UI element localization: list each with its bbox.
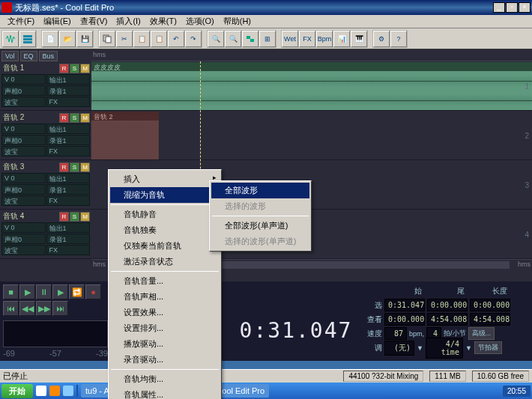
tab-vol[interactable]: Vol	[1, 51, 19, 61]
tool-zoom-sel[interactable]: 🔍	[208, 31, 224, 47]
volume-field[interactable]: V 0	[1, 124, 46, 134]
key-field[interactable]: (无)	[384, 341, 414, 356]
timesig-field[interactable]: 4/4 time	[426, 338, 463, 359]
ctx-insert[interactable]: 插入	[110, 171, 220, 187]
ctx-set-effects[interactable]: 设置效果...	[110, 305, 220, 320]
tool-wet[interactable]: Wet	[282, 31, 298, 47]
play-button[interactable]: ▶	[19, 284, 35, 299]
tool-save[interactable]: 💾	[76, 31, 93, 47]
record-arm-button[interactable]: R	[59, 64, 69, 73]
track-header-2[interactable]: 音轨 2 R S M V 0输出1 声相0录音1 波宝FX	[0, 111, 91, 160]
rec-field[interactable]: 录音1	[46, 135, 91, 145]
mute-button[interactable]: M	[80, 113, 90, 123]
ctx-solo-track[interactable]: 音轨独奏	[110, 222, 220, 238]
track-header-3[interactable]: 音轨 3 R S M V 0输出1 声相0录音1 波宝FX	[0, 160, 91, 210]
tool-cut[interactable]: ✂	[116, 31, 133, 47]
fx-field[interactable]: FX	[46, 195, 91, 206]
sel-length[interactable]: 0:00.000	[470, 299, 510, 311]
mute-button[interactable]: M	[80, 212, 90, 222]
tool-undo[interactable]: ↶	[168, 31, 184, 47]
start-button[interactable]: 开始	[1, 384, 33, 398]
menu-options[interactable]: 选项(O)	[181, 14, 219, 28]
wave-field[interactable]: 波宝	[1, 245, 46, 255]
solo-button[interactable]: S	[70, 113, 79, 123]
ctx-set-order[interactable]: 设置排列...	[110, 320, 220, 336]
record-button[interactable]: ●	[85, 284, 101, 299]
pan-field[interactable]: 声相0	[1, 135, 46, 145]
view-begin[interactable]: 0:00.000	[384, 313, 425, 326]
track-lane-2[interactable]: 音轨 2 2	[91, 111, 532, 160]
sel-end[interactable]: 0:00.000	[427, 299, 468, 311]
tool-paste[interactable]: 📋	[133, 31, 150, 47]
audio-clip-1[interactable]: 皮皮皮皮	[91, 62, 532, 110]
ctx-solo-current[interactable]: 仅独奏当前音轨	[110, 238, 220, 254]
ctx-play-device[interactable]: 播放驱动...	[110, 336, 220, 352]
tool-midi-icon[interactable]: 🎹	[351, 31, 367, 47]
output-field[interactable]: 输出1	[46, 173, 91, 183]
tool-chart-icon[interactable]: 📊	[333, 31, 350, 47]
tool-fx[interactable]: FX	[299, 31, 315, 47]
forward-button[interactable]: ▶▶	[36, 301, 52, 316]
tool-help[interactable]: ?	[390, 31, 407, 47]
wave-field[interactable]: 波宝	[1, 97, 46, 107]
track-header-4[interactable]: 音轨 4 R S M V 0输出1 声相0录音1 波宝FX	[0, 210, 91, 259]
ctx-track-eq[interactable]: 音轨均衡...	[110, 371, 220, 387]
system-tray-clock[interactable]: 20:55	[503, 386, 531, 397]
volume-field[interactable]: V 0	[1, 173, 46, 183]
menu-edit[interactable]: 编辑(E)	[39, 14, 76, 28]
sel-begin[interactable]: 0:31.047	[384, 299, 425, 311]
tab-eq[interactable]: EQ	[20, 51, 37, 61]
stop-button[interactable]: ■	[3, 284, 19, 299]
tool-open[interactable]: 📂	[59, 31, 76, 47]
metronome-button[interactable]: 节拍器	[474, 341, 502, 354]
ctx-arm-record[interactable]: 激活录音状态	[110, 254, 220, 269]
pause-button[interactable]: ⏸	[36, 284, 52, 299]
tool-multitrack[interactable]	[19, 31, 36, 47]
mute-button[interactable]: M	[80, 162, 90, 172]
quicklaunch-icon[interactable]	[63, 386, 73, 396]
advanced-button[interactable]: 高级...	[468, 327, 495, 340]
quicklaunch-icon[interactable]	[49, 386, 60, 396]
go-end-button[interactable]: ⏭	[52, 301, 68, 316]
record-arm-button[interactable]: R	[59, 212, 69, 222]
tool-bpm[interactable]: Bpm	[316, 31, 333, 47]
play-to-end-button[interactable]: ▶	[52, 284, 68, 299]
menu-effects[interactable]: 效果(T)	[145, 14, 181, 28]
ctx-track-props[interactable]: 音轨属性...	[110, 387, 220, 399]
record-arm-button[interactable]: R	[59, 162, 69, 172]
menu-insert[interactable]: 插入(I)	[112, 14, 145, 28]
ctx-mixdown-to-track[interactable]: 混缩为音轨	[110, 187, 220, 203]
ctx-mute-track[interactable]: 音轨静音	[110, 207, 220, 222]
ctx-rec-device[interactable]: 录音驱动...	[110, 352, 220, 368]
close-button[interactable]: ×	[519, 2, 531, 13]
ctx-track-volume[interactable]: 音轨音量...	[110, 273, 220, 289]
tool-redo[interactable]: ↷	[185, 31, 202, 47]
view-length[interactable]: 4:54.008	[470, 313, 510, 326]
minimize-button[interactable]: _	[493, 2, 505, 13]
tool-snap[interactable]: ⊞	[259, 31, 276, 47]
menu-view[interactable]: 查看(V)	[76, 14, 112, 28]
timeline-ruler-top[interactable]	[91, 49, 532, 61]
rec-field[interactable]: 录音1	[46, 85, 91, 96]
menu-file[interactable]: 文件(F)	[3, 14, 39, 28]
tool-group[interactable]	[242, 31, 259, 47]
solo-button[interactable]: S	[70, 64, 79, 73]
tool-options[interactable]: ⚙	[373, 31, 390, 47]
fx-field[interactable]: FX	[46, 97, 91, 107]
fx-field[interactable]: FX	[46, 245, 91, 255]
sub-all-waves-mono[interactable]: 全部波形(单声道)	[211, 218, 309, 234]
loop-button[interactable]: 🔁	[69, 284, 85, 299]
mute-button[interactable]: M	[80, 64, 90, 73]
tempo-field[interactable]: 87	[384, 327, 407, 340]
tab-bus[interactable]: Bus	[39, 51, 58, 61]
ctx-track-pan[interactable]: 音轨声相...	[110, 289, 220, 305]
wave-field[interactable]: 波宝	[1, 195, 46, 206]
tool-copy[interactable]	[99, 31, 115, 47]
sub-all-waves[interactable]: 全部波形	[211, 183, 309, 198]
track-header-1[interactable]: 音轨 1 R S M V 0输出1 声相0录音1 波宝FX	[0, 61, 91, 111]
tool-waveform[interactable]	[2, 31, 19, 47]
quicklaunch-icon[interactable]	[36, 386, 46, 396]
output-field[interactable]: 输出1	[46, 222, 91, 233]
volume-field[interactable]: V 0	[1, 222, 46, 233]
tool-zoom-full[interactable]: 🔍	[225, 31, 241, 47]
